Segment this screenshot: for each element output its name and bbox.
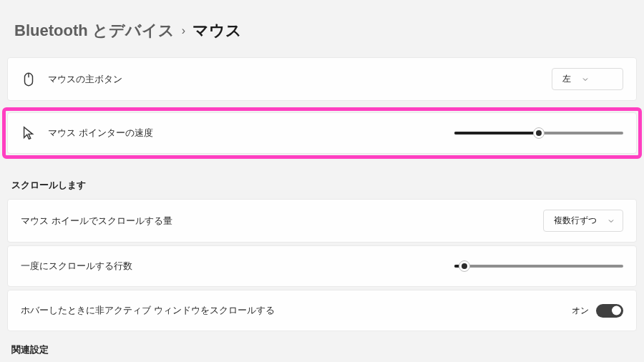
scroll-amount-select[interactable]: 複数行ずつ <box>543 210 623 232</box>
primary-button-value: 左 <box>562 73 571 85</box>
cursor-icon <box>21 125 36 141</box>
scroll-amount-label: マウス ホイールでスクロールする量 <box>21 215 172 228</box>
chevron-down-icon <box>607 217 615 225</box>
scroll-amount-value: 複数行ずつ <box>554 215 597 227</box>
breadcrumb-current: マウス <box>192 20 242 41</box>
section-heading-related: 関連設定 <box>7 334 637 362</box>
primary-button-label: マウスの主ボタン <box>48 73 122 86</box>
inactive-hover-label: ホバーしたときに非アクティブ ウィンドウをスクロールする <box>21 304 275 317</box>
mouse-icon <box>21 72 36 87</box>
row-primary-button: マウスの主ボタン 左 <box>7 57 637 101</box>
inactive-hover-state: オン <box>572 305 589 317</box>
row-scroll-amount: マウス ホイールでスクロールする量 複数行ずつ <box>7 199 637 243</box>
chevron-down-icon <box>581 75 590 84</box>
section-heading-scroll: スクロールします <box>7 170 637 199</box>
row-inactive-hover: ホバーしたときに非アクティブ ウィンドウをスクロールする オン <box>7 290 637 331</box>
pointer-speed-label: マウス ポインターの速度 <box>48 127 153 140</box>
row-pointer-speed: マウス ポインターの速度 <box>7 112 637 154</box>
primary-button-select[interactable]: 左 <box>552 68 623 90</box>
lines-at-once-slider[interactable] <box>454 260 623 272</box>
breadcrumb: Bluetooth とデバイス › マウス <box>7 20 637 41</box>
row-lines-at-once: 一度にスクロールする行数 <box>7 245 637 287</box>
lines-at-once-label: 一度にスクロールする行数 <box>21 260 132 273</box>
inactive-hover-toggle[interactable] <box>596 304 623 318</box>
chevron-right-icon: › <box>182 24 185 37</box>
breadcrumb-parent[interactable]: Bluetooth とデバイス <box>14 20 175 41</box>
pointer-speed-slider[interactable] <box>454 127 623 139</box>
toggle-knob <box>612 306 621 315</box>
